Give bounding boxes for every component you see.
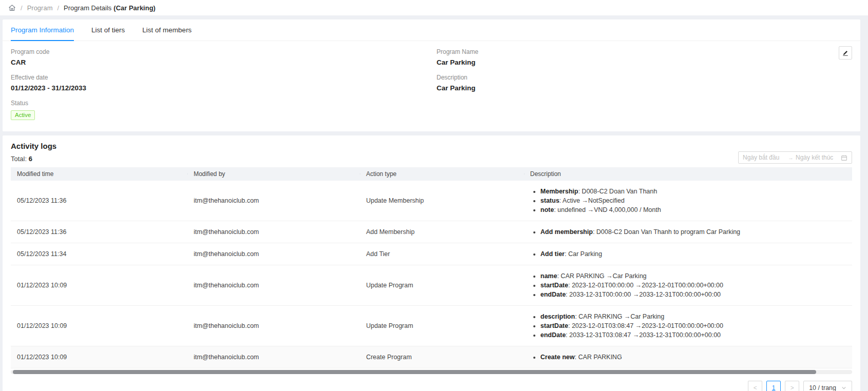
description-item: description: CAR PARKING →Car Parking [541,312,846,321]
description-item: Add membership: D008-C2 Doan Van Thanh t… [541,228,846,236]
end-date-input[interactable]: Ngày kết thúc [796,154,839,161]
table-row: 01/12/2023 10:09itm@thehanoiclub.comCrea… [11,346,852,368]
pagination-prev-button[interactable]: < [748,381,762,391]
cell-modified-time: 01/12/2023 10:09 [11,282,187,289]
cell-description: Membership: D008-C2 Doan Van Thanhstatus… [524,186,852,215]
breadcrumb-separator: / [21,4,23,12]
cell-modified-time: 01/12/2023 10:09 [11,354,187,361]
cell-modified-by: itm@thehanoiclub.com [187,250,360,258]
date-range-picker[interactable]: Ngày bắt đầu → Ngày kết thúc [738,151,852,164]
tab-list-of-tiers[interactable]: List of tiers [91,19,125,41]
cell-modified-time: 01/12/2023 10:09 [11,322,187,329]
description-item: Add tier: Car Parking [541,250,846,258]
cell-modified-by: itm@thehanoiclub.com [187,322,360,329]
table-header: Modified timeModified byAction typeDescr… [11,167,852,181]
field-description: DescriptionCar Parking [437,74,853,92]
breadcrumb: / Program / Program Details (Car Parking… [0,0,868,15]
scrollbar-thumb[interactable] [13,370,816,374]
start-date-input[interactable]: Ngày bắt đầu [743,154,786,161]
status-badge: Active [11,110,35,120]
cell-action-type: Add Membership [360,228,524,236]
cell-action-type: Update Membership [360,197,524,204]
description-item: Create new: CAR PARKING [541,353,846,361]
cell-description: Add membership: D008-C2 Doan Van Thanh t… [524,227,852,237]
column-header-action-type: Action type [360,170,524,178]
field-program-name: Program NameCar Parking [437,48,853,66]
column-header-modified-time: Modified time [11,170,187,178]
cell-action-type: Create Program [360,354,524,361]
table-row: 01/12/2023 10:09itm@thehanoiclub.comUpda… [11,306,852,346]
column-header-description: Description [524,170,852,178]
table-row: 05/12/2023 11:36itm@thehanoiclub.comUpda… [11,181,852,221]
field-effective-date: Effective date01/12/2023 - 31/12/2033 [11,74,427,92]
cell-description: description: CAR PARKING →Car Parkingsta… [524,311,852,340]
horizontal-scrollbar[interactable] [11,370,852,374]
table-body: 05/12/2023 11:36itm@thehanoiclub.comUpda… [11,181,852,368]
field-label: Program Name [437,48,853,55]
page-size-value: 10 / trang [809,384,836,391]
breadcrumb-item-current: Program Details (Car Parking) [64,4,156,12]
field-label: Description [437,74,853,81]
description-item: note: undefined →VND 4,000,000 / Month [541,206,846,214]
total-label: Total: [11,155,27,163]
tab-program-information[interactable]: Program Information [11,19,74,41]
breadcrumb-current-label: Program Details [64,4,111,12]
field-status: StatusActive [11,100,427,120]
cell-modified-by: itm@thehanoiclub.com [187,282,360,289]
edit-pencil-icon [842,49,849,56]
home-icon[interactable] [8,4,16,12]
breadcrumb-separator: / [57,4,59,12]
field-value: Car Parking [437,84,853,92]
page-size-select[interactable]: 10 / trang [803,381,852,391]
cell-modified-by: itm@thehanoiclub.com [187,228,360,236]
field-value: Car Parking [437,58,853,66]
description-item: status: Active →NotSpecified [541,197,846,205]
total-count: Total: 6 [11,155,852,163]
pagination-page-1[interactable]: 1 [766,381,781,391]
cell-modified-time: 05/12/2023 11:36 [11,197,187,204]
field-value: 01/12/2023 - 31/12/2033 [11,84,427,92]
activity-logs-table: Modified timeModified byAction typeDescr… [11,167,852,368]
total-value: 6 [29,155,32,163]
cell-modified-time: 05/12/2023 11:36 [11,228,187,236]
program-info-card: Program InformationList of tiersList of … [3,19,860,131]
cell-modified-by: itm@thehanoiclub.com [187,197,360,204]
cell-description: Create new: CAR PARKING [524,352,852,362]
table-row: 05/12/2023 11:34itm@thehanoiclub.comAdd … [11,243,852,265]
table-row: 01/12/2023 10:09itm@thehanoiclub.comUpda… [11,265,852,306]
cell-modified-by: itm@thehanoiclub.com [187,354,360,361]
cell-description: name: CAR PARKING →Car ParkingstartDate:… [524,271,852,300]
description-item: endDate: 2033-12-31T03:08:47 →2033-12-31… [541,331,846,339]
range-separator-icon: → [788,154,794,161]
pagination-next-button[interactable]: > [785,381,799,391]
calendar-icon [841,154,847,161]
cell-action-type: Add Tier [360,250,524,258]
table-row: 05/12/2023 11:36itm@thehanoiclub.comAdd … [11,221,852,243]
tab-list-of-members[interactable]: List of members [142,19,191,41]
description-item: name: CAR PARKING →Car Parking [541,272,846,280]
cell-action-type: Update Program [360,322,524,329]
column-header-modified-by: Modified by [187,170,360,178]
cell-description: Add tier: Car Parking [524,249,852,259]
section-title: Activity logs [11,142,852,150]
breadcrumb-item-program[interactable]: Program [27,4,53,12]
activity-logs-card: Activity logs Total: 6 Ngày bắt đầu → Ng… [3,135,860,391]
field-value: CAR [11,58,427,66]
edit-button[interactable] [839,46,852,60]
program-info-fields: Program codeCARProgram NameCar ParkingEf… [11,48,852,120]
description-item: endDate: 2033-12-31T00:00:00 →2033-12-31… [541,290,846,299]
cell-action-type: Update Program [360,282,524,289]
description-item: startDate: 2023-12-01T00:00:00 →2023-12-… [541,281,846,289]
cell-modified-time: 05/12/2023 11:34 [11,250,187,258]
chevron-down-icon [841,385,846,390]
field-label: Effective date [11,74,427,81]
tabs: Program InformationList of tiersList of … [3,19,860,41]
breadcrumb-current-program-name: (Car Parking) [113,4,156,12]
field-label: Status [11,100,427,107]
field-label: Program code [11,48,427,55]
pagination: < 1 > 10 / trang [11,381,852,391]
field-program-code: Program codeCAR [11,48,427,66]
description-item: Membership: D008-C2 Doan Van Thanh [541,187,846,196]
description-item: startDate: 2023-12-01T03:08:47 →2023-12-… [541,322,846,330]
